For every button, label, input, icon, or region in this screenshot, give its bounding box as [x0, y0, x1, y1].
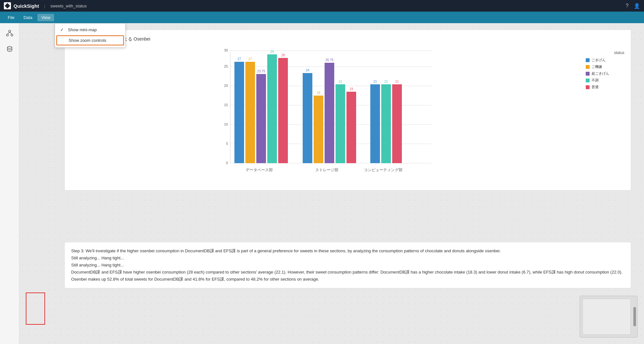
mini-map: [580, 296, 638, 338]
svg-rect-45: [381, 84, 391, 163]
analysis-line-4: DocumentDB課 and EFS課 have higher osenbei…: [71, 269, 624, 283]
top-bar-right: ? 👤: [626, 3, 640, 9]
legend-item-5: 普通: [586, 85, 624, 89]
svg-text:20: 20: [224, 84, 228, 88]
svg-text:コンピューティング部: コンピューティング部: [364, 168, 402, 172]
legend-label-1: ごきげん: [592, 58, 606, 62]
svg-rect-47: [392, 84, 402, 163]
tab-divider: |: [44, 4, 45, 8]
svg-text:27: 27: [237, 57, 241, 61]
svg-text:21: 21: [395, 80, 399, 83]
zoom-label: Show zoom controls: [69, 38, 106, 43]
svg-text:21: 21: [338, 80, 342, 83]
legend-item-1: ごきげん: [586, 58, 624, 62]
svg-rect-25: [256, 74, 266, 163]
svg-line-3: [7, 32, 10, 34]
menu-file[interactable]: File: [4, 14, 18, 21]
legend-color-3: [586, 72, 590, 76]
svg-text:21: 21: [373, 80, 377, 83]
svg-text:21: 21: [384, 80, 388, 83]
svg-rect-34: [314, 96, 323, 163]
svg-rect-21: [234, 62, 244, 163]
svg-text:30: 30: [224, 48, 228, 52]
legend-item-2: ご機嫌: [586, 64, 624, 69]
help-icon[interactable]: ?: [626, 3, 629, 9]
legend-label-3: 超ごきげん: [592, 71, 609, 76]
app-name: QuickSight: [14, 3, 39, 9]
red-highlight-box-bottom: [26, 293, 45, 325]
svg-text:18: 18: [317, 91, 320, 95]
svg-text:15: 15: [224, 103, 228, 107]
legend-label-5: 普通: [592, 85, 599, 89]
legend-color-2: [586, 65, 590, 69]
legend-title: status: [586, 51, 624, 55]
content-area: ✓ Show mini-map ✓ Show zoom controls Dep…: [19, 23, 644, 344]
svg-rect-29: [278, 58, 288, 163]
analysis-text: Step 3: We'll investigate if the higher …: [64, 242, 631, 288]
svg-text:27: 27: [248, 57, 252, 61]
svg-rect-32: [303, 73, 312, 163]
svg-rect-40: [346, 92, 356, 163]
svg-text:28: 28: [281, 53, 285, 57]
svg-rect-43: [370, 84, 380, 163]
menu-view[interactable]: View: [37, 14, 54, 21]
sidebar-icon-network[interactable]: [5, 28, 15, 39]
svg-text:19: 19: [349, 87, 353, 91]
app-logo: QuickSight: [4, 2, 39, 9]
svg-rect-27: [267, 54, 277, 163]
checkmark-icon: ✓: [60, 27, 65, 32]
mini-map-scrollbar[interactable]: [633, 307, 636, 326]
legend-label-2: ご機嫌: [592, 64, 602, 69]
dropdown-item-zoom[interactable]: ✓ Show zoom controls: [56, 35, 124, 45]
svg-point-2: [11, 34, 13, 36]
svg-text:データベース部: データベース部: [246, 168, 273, 172]
tab-name: sweets_with_status: [51, 4, 87, 8]
chart-title: Department and Status による Osenbei: [71, 36, 624, 42]
svg-text:25: 25: [224, 64, 228, 68]
minimap-label: Show mini-map: [68, 27, 97, 32]
legend-color-5: [586, 85, 590, 89]
view-dropdown-menu: ✓ Show mini-map ✓ Show zoom controls: [55, 23, 126, 48]
menu-data[interactable]: Data: [20, 14, 36, 21]
chart-area: 0 5 10 15 20 25 30 27 27: [71, 47, 624, 184]
logo-icon-inner: [5, 3, 10, 9]
legend-item-3: 超ごきげん: [586, 71, 624, 76]
sidebar-icon-database[interactable]: [5, 44, 15, 54]
analysis-line-3: Still analyzing... Hang tight...: [71, 262, 624, 269]
legend-label-4: 不調: [592, 78, 599, 83]
logo-icon: [4, 2, 11, 9]
legend-color-1: [586, 58, 590, 62]
chart-legend: status ごきげん ご機嫌 超ごきげん 不: [586, 47, 624, 184]
mini-map-content: [582, 299, 631, 335]
legend-color-4: [586, 79, 590, 82]
svg-point-1: [6, 34, 8, 36]
svg-text:0: 0: [226, 161, 228, 165]
svg-line-4: [10, 32, 12, 34]
bar-chart-svg: 0 5 10 15 20 25 30 27 27: [71, 47, 579, 182]
sidebar: [0, 23, 19, 344]
chart-panel: Department and Status による Osenbei: [64, 30, 631, 191]
svg-rect-38: [336, 84, 345, 163]
svg-point-5: [7, 46, 12, 48]
analysis-line-2: Still analyzing... Hang tight...: [71, 255, 624, 262]
svg-text:5: 5: [226, 142, 228, 145]
svg-text:29: 29: [270, 50, 274, 53]
analysis-line-1: Step 3: We'll investigate if the higher …: [71, 247, 624, 255]
top-bar: QuickSight | sweets_with_status ? 👤: [0, 0, 644, 12]
dropdown-item-minimap[interactable]: ✓ Show mini-map: [55, 25, 125, 35]
svg-rect-36: [325, 63, 334, 163]
svg-text:24: 24: [306, 69, 309, 72]
svg-text:26.75: 26.75: [325, 58, 333, 62]
svg-text:10: 10: [224, 122, 228, 126]
chart-container: 0 5 10 15 20 25 30 27 27: [71, 47, 579, 184]
svg-text:ストレージ部: ストレージ部: [315, 168, 338, 172]
main-layout: ✓ Show mini-map ✓ Show zoom controls Dep…: [0, 23, 644, 344]
menu-bar: File Data View: [0, 12, 644, 23]
svg-text:23.75: 23.75: [257, 70, 265, 73]
legend-item-4: 不調: [586, 78, 624, 83]
user-icon[interactable]: 👤: [634, 3, 640, 9]
svg-point-0: [9, 30, 11, 32]
svg-rect-23: [245, 62, 255, 163]
